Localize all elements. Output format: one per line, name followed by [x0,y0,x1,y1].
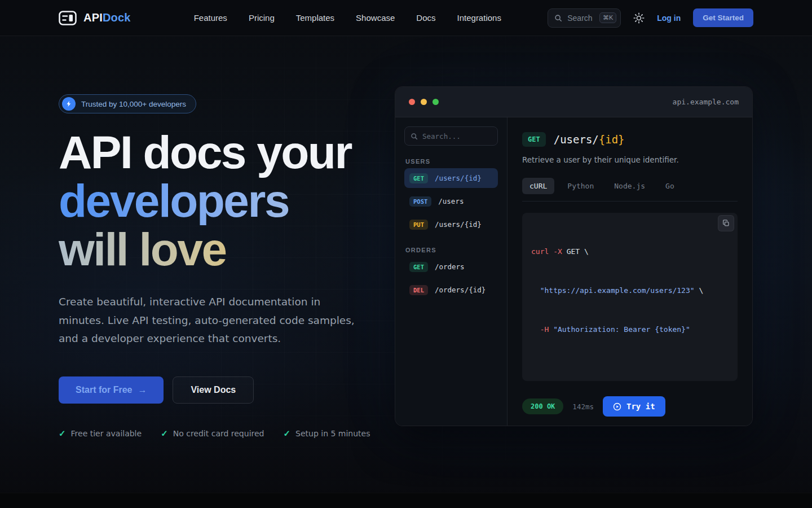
brand-logo[interactable]: APIDock [59,11,131,25]
check-icon: ✓ [161,428,168,439]
code-line: -H "Authorization: Bearer {token}" [531,323,729,336]
sidebar-endpoint-get-user[interactable]: GET /users/{id} [404,168,498,188]
get-started-button[interactable]: Get Started [693,8,753,27]
sidebar-endpoint-create-user[interactable]: POST /users [404,191,498,211]
tab-go[interactable]: Go [658,178,682,194]
start-for-free-label: Start for Free [76,385,132,395]
headline-line1: API docs your [59,126,351,178]
benefits-row: ✓ Free tier available ✓ No credit card r… [59,428,380,439]
window-body: USERS GET /users/{id} POST /users PUT /u… [395,117,752,426]
headline-line3: will love [59,225,380,274]
nav-search-input[interactable] [567,14,594,23]
tab-nodejs[interactable]: Node.js [607,178,652,194]
nav-link-integrations[interactable]: Integrations [457,13,501,23]
method-badge-put: PUT [409,220,428,230]
play-circle-icon [613,402,621,411]
copy-code-button[interactable] [718,215,734,231]
search-shortcut-kbd: ⌘K [599,12,616,23]
copy-icon [722,220,730,227]
check-icon: ✓ [59,428,66,439]
benefit-label: Free tier available [71,429,142,438]
endpoint-header: GET /users/{id} [522,132,738,147]
search-icon [554,14,562,22]
nav-link-showcase[interactable]: Showcase [356,13,395,23]
status-badge-200: 200 OK [522,398,563,414]
endpoint-description: Retrieve a user by their unique identifi… [522,155,738,164]
try-it-label: Try it [626,402,655,411]
tab-curl[interactable]: cURL [522,178,554,194]
login-link[interactable]: Log in [657,14,681,23]
trust-badge-label: Trusted by 10,000+ developers [81,100,186,108]
try-it-button[interactable]: Try it [603,396,665,417]
next-section-edge [0,493,812,508]
benefit-no-card: ✓ No credit card required [161,428,264,439]
benefit-label: Setup in 5 minutes [295,429,370,438]
endpoint-path: /orders/{id} [435,286,486,294]
trust-badge: Trusted by 10,000+ developers [59,94,196,113]
tab-python[interactable]: Python [560,178,601,194]
hero-description: Create beautiful, interactive API docume… [59,293,366,348]
benefit-free-tier: ✓ Free tier available [59,428,142,439]
check-icon: ✓ [283,428,290,439]
window-titlebar: api.example.com [395,87,752,117]
language-tabs: cURL Python Node.js Go [522,178,738,202]
request-code-block: curl -X GET \ "https://api.example.com/u… [522,213,738,381]
benefit-label: No credit card required [173,429,264,438]
endpoint-path: /orders [435,262,465,271]
sidebar-endpoint-update-user[interactable]: PUT /users/{id} [404,214,498,234]
traffic-light-buttons [409,99,439,105]
nav-right-cluster: ⌘K Log in Get Started [548,8,753,28]
hero-section: Trusted by 10,000+ developers API docs y… [59,94,380,439]
method-badge-get: GET [522,132,546,147]
method-badge-del: DEL [409,285,428,295]
hero-headline: API docs your developers will love [59,128,380,274]
code-line: curl -X GET \ [531,245,729,258]
endpoint-path: /users/{id} [435,220,482,229]
nav-link-pricing[interactable]: Pricing [249,13,275,23]
apidock-logo-icon [59,11,77,25]
arrow-right-icon: → [138,385,147,395]
nav-search-box[interactable]: ⌘K [548,8,621,28]
sidebar-search-input[interactable] [422,132,492,141]
method-badge-get: GET [409,262,428,272]
hero-cta-row: Start for Free → View Docs [59,376,380,404]
method-badge-post: POST [409,196,431,207]
nav-link-docs[interactable]: Docs [416,13,435,23]
endpoint-detail-panel: GET /users/{id} Retrieve a user by their… [508,117,752,426]
minimize-window-icon[interactable] [421,99,427,105]
nav-link-templates[interactable]: Templates [296,13,334,23]
sidebar-endpoint-list-orders[interactable]: GET /orders [404,257,498,277]
endpoint-title-path: /users/{id} [554,133,625,146]
sidebar-search-box[interactable] [404,126,498,146]
close-window-icon[interactable] [409,99,415,105]
bolt-icon [62,97,76,111]
endpoints-sidebar: USERS GET /users/{id} POST /users PUT /u… [395,117,508,426]
code-line: "https://api.example.com/users/123" \ [531,284,729,297]
view-docs-button[interactable]: View Docs [173,376,254,404]
brand-name: APIDock [83,11,131,24]
start-for-free-button[interactable]: Start for Free → [59,376,164,404]
top-navigation: APIDock Features Pricing Templates Showc… [0,0,812,36]
response-status-row: 200 OK 142ms Try it [522,396,738,417]
headline-line2: developers [59,177,380,225]
benefit-setup: ✓ Setup in 5 minutes [283,428,370,439]
primary-nav: Features Pricing Templates Showcase Docs… [194,13,501,23]
sidebar-group-orders: ORDERS [405,247,497,253]
api-docs-preview-window: api.example.com USERS GET /users/{id} PO… [395,86,753,426]
endpoint-path: /users [438,197,464,205]
search-icon [411,133,418,140]
sidebar-group-users: USERS [405,158,497,165]
endpoint-path: /users/{id} [435,174,482,182]
method-badge-get: GET [409,173,428,183]
window-url: api.example.com [673,98,739,106]
sidebar-endpoint-delete-order[interactable]: DEL /orders/{id} [404,280,498,300]
theme-toggle-sun-icon[interactable] [633,12,645,24]
maximize-window-icon[interactable] [433,99,439,105]
latency-label: 142ms [572,402,594,411]
nav-link-features[interactable]: Features [194,13,227,23]
